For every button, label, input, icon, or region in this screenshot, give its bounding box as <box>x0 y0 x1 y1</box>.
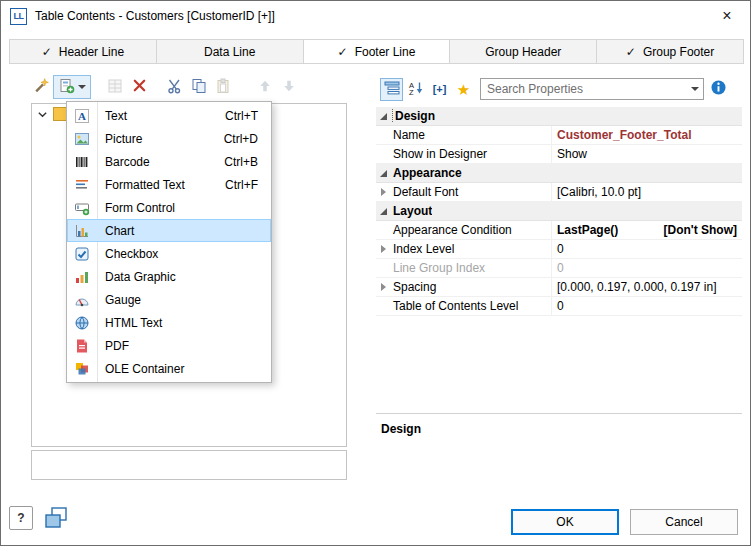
expand-icon[interactable] <box>381 245 386 253</box>
menu-item-text[interactable]: A Text Ctrl+T <box>67 104 271 127</box>
expand-icon[interactable] <box>381 283 386 291</box>
wand-icon <box>33 77 50 97</box>
property-value[interactable]: Show <box>557 147 587 161</box>
menu-item-chart[interactable]: Chart <box>67 219 271 242</box>
menu-item-shortcut: Ctrl+B <box>224 155 258 169</box>
search-properties-input[interactable] <box>481 79 686 99</box>
sort-alphabetical-button[interactable]: AZ <box>404 78 427 101</box>
tab-group-header[interactable]: Group Header <box>450 39 597 64</box>
ole-container-icon <box>67 361 97 377</box>
collapse-icon <box>380 113 387 120</box>
menu-item-shortcut: Ctrl+D <box>224 132 258 146</box>
html-text-icon <box>67 315 97 331</box>
layers-button[interactable] <box>41 504 73 534</box>
tab-group-footer[interactable]: ✓ Group Footer <box>597 39 744 64</box>
menu-item-ole-container[interactable]: OLE Container <box>67 357 271 380</box>
cut-button[interactable] <box>163 75 187 99</box>
menu-item-data-graphic[interactable]: Data Graphic <box>67 265 271 288</box>
expression-mode-button[interactable]: [+] <box>428 78 451 101</box>
property-row-name[interactable]: Name Customer_Footer_Total <box>376 126 742 145</box>
delete-button[interactable] <box>127 75 151 99</box>
property-value[interactable]: Customer_Footer_Total <box>557 128 691 142</box>
copy-button[interactable] <box>187 75 211 99</box>
form-control-icon <box>67 200 97 216</box>
menu-item-checkbox[interactable]: Checkbox <box>67 242 271 265</box>
arrow-up-icon <box>258 79 272 96</box>
property-row-default-font[interactable]: Default Font [Calibri, 10.0 pt] <box>376 183 742 202</box>
close-button[interactable]: × <box>704 1 750 31</box>
favorites-button[interactable]: ★ <box>452 78 475 101</box>
help-button[interactable]: ? <box>9 506 33 530</box>
edit-wand-button[interactable] <box>29 75 53 99</box>
menu-item-gauge[interactable]: Gauge <box>67 288 271 311</box>
append-line-button[interactable] <box>103 75 127 99</box>
info-icon <box>710 79 727 99</box>
tab-header-line[interactable]: ✓ Header Line <box>9 39 157 64</box>
menu-item-label: OLE Container <box>105 362 258 376</box>
star-icon: ★ <box>457 82 470 97</box>
property-value: 0 <box>557 261 564 275</box>
check-icon: ✓ <box>626 45 636 59</box>
barcode-icon <box>67 154 97 170</box>
property-row-appearance-condition[interactable]: Appearance Condition LastPage() [Don't S… <box>376 221 742 240</box>
menu-item-shortcut: Ctrl+T <box>225 109 258 123</box>
insert-element-button[interactable] <box>53 75 91 99</box>
property-category-design[interactable]: Design <box>376 107 742 126</box>
property-label: Spacing <box>391 280 551 294</box>
menu-item-label: Form Control <box>105 201 258 215</box>
property-value[interactable]: [Calibri, 10.0 pt] <box>557 185 641 199</box>
move-up-button[interactable] <box>253 75 277 99</box>
menu-item-picture[interactable]: Picture Ctrl+D <box>67 127 271 150</box>
scissors-icon <box>167 78 183 97</box>
property-label: Show in Designer <box>391 147 551 161</box>
tab-data-line[interactable]: Data Line <box>157 39 304 64</box>
ok-button[interactable]: OK <box>511 509 619 535</box>
paste-button[interactable] <box>211 75 235 99</box>
property-value[interactable]: 0 <box>557 242 564 256</box>
collapse-icon <box>380 170 387 177</box>
menu-item-formatted-text[interactable]: Formatted Text Ctrl+F <box>67 173 271 196</box>
menu-item-label: Picture <box>105 132 224 146</box>
property-value[interactable]: [0.000, 0.197, 0.000, 0.197 in] <box>557 280 716 294</box>
menu-item-label: Gauge <box>105 293 258 307</box>
cancel-button[interactable]: Cancel <box>630 509 738 535</box>
menu-item-barcode[interactable]: Barcode Ctrl+B <box>67 150 271 173</box>
property-label: Index Level <box>391 242 551 256</box>
property-label: Table of Contents Level <box>391 299 551 313</box>
menu-item-label: Chart <box>105 224 258 238</box>
copy-icon <box>191 78 207 97</box>
property-category-layout[interactable]: Layout <box>376 202 742 221</box>
tab-label: Data Line <box>204 45 255 59</box>
properties-toolbar: AZ [+] ★ <box>380 76 476 102</box>
category-label: Layout <box>391 204 432 218</box>
tab-footer-line[interactable]: ✓ Footer Line <box>304 39 451 64</box>
property-category-appearance[interactable]: Appearance <box>376 164 742 183</box>
categorized-view-button[interactable] <box>380 78 403 101</box>
property-row-spacing[interactable]: Spacing [0.000, 0.197, 0.000, 0.197 in] <box>376 278 742 297</box>
property-value[interactable]: 0 <box>557 299 564 313</box>
property-row-toc-level[interactable]: Table of Contents Level 0 <box>376 297 742 316</box>
property-row-index-level[interactable]: Index Level 0 <box>376 240 742 259</box>
menu-item-html-text[interactable]: HTML Text <box>67 311 271 334</box>
search-properties-combo[interactable] <box>480 78 704 100</box>
property-row-line-group-index[interactable]: Line Group Index 0 <box>376 259 742 278</box>
property-row-show-in-designer[interactable]: Show in Designer Show <box>376 145 742 164</box>
menu-item-form-control[interactable]: Form Control <box>67 196 271 219</box>
property-grid: Design Name Customer_Footer_Total Show i… <box>376 107 742 316</box>
title-bar: LL Table Contents - Customers [CustomerI… <box>1 1 750 31</box>
move-down-button[interactable] <box>277 75 301 99</box>
combo-dropdown-button[interactable] <box>686 79 703 99</box>
category-label: Appearance <box>391 166 462 180</box>
expand-icon[interactable] <box>381 188 386 196</box>
description-title: Design <box>381 422 421 436</box>
collapse-icon <box>380 208 387 215</box>
layers-icon <box>43 505 71 534</box>
menu-item-label: HTML Text <box>105 316 258 330</box>
property-value[interactable]: LastPage() <box>557 223 618 237</box>
insert-dropdown-caret-icon <box>78 85 86 89</box>
tree-expander-icon[interactable] <box>37 109 48 123</box>
check-icon: ✓ <box>42 45 52 59</box>
info-button[interactable] <box>709 80 727 98</box>
insert-element-icon <box>59 78 75 97</box>
menu-item-pdf[interactable]: PDF <box>67 334 271 357</box>
